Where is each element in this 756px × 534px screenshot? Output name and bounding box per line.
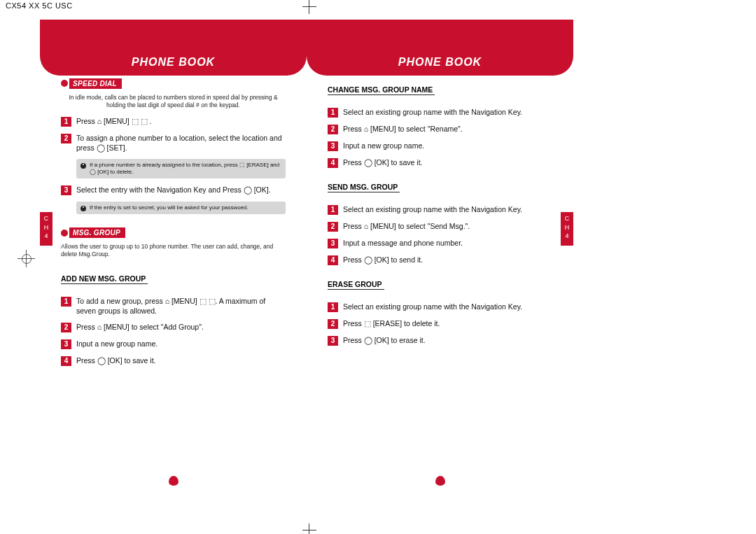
subheading-send-group: SEND MSG. GROUP xyxy=(328,183,400,192)
page-footer-left xyxy=(40,476,307,489)
left-page: PHONE BOOK C H 4 SPEED DIAL In idle mode… xyxy=(40,20,307,513)
step-text: Press ⌂ [MENU] ⬚ ⬚ . xyxy=(76,116,151,127)
section-intro: Allows the user to group up to 10 phone … xyxy=(61,243,286,258)
step: 2 Press ⌂ [MENU] to select "Add Group". xyxy=(61,322,286,332)
subheading-add-group: ADD NEW MSG. GROUP xyxy=(61,274,148,284)
step: 4 Press ◯ [OK] to send it. xyxy=(328,255,552,265)
step-number: 3 xyxy=(61,185,71,195)
header-title: PHONE BOOK xyxy=(398,56,482,69)
footer-ornament-icon xyxy=(169,476,178,486)
page-footer-right xyxy=(307,476,573,489)
section-title: SPEED DIAL xyxy=(69,78,122,89)
chapter-tab-left: C H 4 xyxy=(40,212,52,246)
step-text: To add a new group, press ⌂ [MENU] ⬚ ⬚. … xyxy=(76,296,286,316)
step-text: Press ◯ [OK] to save it. xyxy=(76,356,156,366)
registration-mark-left xyxy=(18,252,38,266)
step-number: 2 xyxy=(328,319,338,329)
step-number: 4 xyxy=(61,356,71,366)
subheading-change-name: CHANGE MSG. GROUP NAME xyxy=(328,85,435,95)
step-text: Select an existing group name with the N… xyxy=(343,302,522,312)
step: 1 Select an existing group name with the… xyxy=(328,204,552,215)
step-number: 3 xyxy=(328,239,338,248)
step-number: 1 xyxy=(328,205,338,215)
step-text: Press ◯ [OK] to erase it. xyxy=(343,335,426,346)
crop-mark-top xyxy=(302,0,316,14)
step-text: Select an existing group name with the N… xyxy=(343,204,522,215)
crop-header-text: CX54 XX 5C USC xyxy=(6,1,73,10)
step-number: 2 xyxy=(328,125,338,134)
section-title: MSG. GROUP xyxy=(69,227,125,238)
note-box: If a phone number is already assigned to… xyxy=(76,159,286,178)
note-text: If the entry is set to secret, you will … xyxy=(90,204,248,211)
step-text: To assign a phone number to a location, … xyxy=(76,133,286,153)
step-text: Press ⬚ [ERASE] to delete it. xyxy=(343,318,440,329)
step: 4 Press ◯ [OK] to save it. xyxy=(61,356,286,366)
subheading-erase-group: ERASE GROUP xyxy=(328,280,384,290)
step-number: 3 xyxy=(61,339,71,349)
step-text: Press ◯ [OK] to send it. xyxy=(343,255,423,265)
step-text: Press ◯ [OK] to save it. xyxy=(343,157,423,168)
step: 1 Select an existing group name with the… xyxy=(328,107,552,118)
header-title: PHONE BOOK xyxy=(132,56,215,69)
step: 3 Select the entry with the Navigation K… xyxy=(61,185,286,195)
page-header-left: PHONE BOOK xyxy=(40,20,307,76)
step-text: Select the entry with the Navigation Key… xyxy=(76,185,271,195)
step: 3 Input a message and phone number. xyxy=(328,238,552,248)
step-number: 1 xyxy=(61,117,71,127)
step: 3 Input a new group name. xyxy=(328,141,552,151)
step: 1 Press ⌂ [MENU] ⬚ ⬚ . xyxy=(61,116,286,127)
step-number: 3 xyxy=(328,336,338,346)
step: 2 To assign a phone number to a location… xyxy=(61,133,286,153)
section-msg-group: MSG. GROUP xyxy=(61,227,125,238)
right-content: CHANGE MSG. GROUP NAME 1 Select an exist… xyxy=(328,77,552,352)
footer-ornament-icon xyxy=(435,476,445,486)
note-bullet-icon xyxy=(80,206,86,211)
section-intro: In idle mode, calls can be placed to num… xyxy=(61,94,286,109)
step-number: 1 xyxy=(61,297,71,307)
step-text: Press ⌂ [MENU] to select "Send Msg.". xyxy=(343,221,470,232)
step-number: 2 xyxy=(61,323,71,332)
step-number: 1 xyxy=(328,108,338,118)
step-text: Press ⌂ [MENU] to select "Rename". xyxy=(343,124,463,134)
step-number: 3 xyxy=(328,141,338,151)
section-dot-icon xyxy=(61,80,68,87)
note-text: If a phone number is already assigned to… xyxy=(90,162,281,176)
step-number: 2 xyxy=(328,222,338,232)
step: 1 Select an existing group name with the… xyxy=(328,302,552,312)
step: 2 Press ⌂ [MENU] to select "Send Msg.". xyxy=(328,221,552,232)
step-text: Press ⌂ [MENU] to select "Add Group". xyxy=(76,322,204,332)
step: 2 Press ⬚ [ERASE] to delete it. xyxy=(328,318,552,329)
step: 1 To add a new group, press ⌂ [MENU] ⬚ ⬚… xyxy=(61,296,286,316)
step-number: 1 xyxy=(328,302,338,312)
chapter-tab-right: C H 4 xyxy=(561,212,573,246)
step-text: Select an existing group name with the N… xyxy=(343,107,522,118)
crop-mark-bottom xyxy=(302,524,316,534)
section-dot-icon xyxy=(61,230,68,237)
step-number: 4 xyxy=(328,158,338,168)
step-number: 4 xyxy=(328,255,338,265)
step: 3 Input a new group name. xyxy=(61,339,286,349)
note-box: If the entry is set to secret, you will … xyxy=(76,202,286,214)
right-page: PHONE BOOK C H 4 CHANGE MSG. GROUP NAME … xyxy=(307,20,573,513)
step: 3 Press ◯ [OK] to erase it. xyxy=(328,335,552,346)
left-content: SPEED DIAL In idle mode, calls can be pl… xyxy=(61,77,286,372)
step-text: Input a new group name. xyxy=(343,141,424,151)
step: 4 Press ◯ [OK] to save it. xyxy=(328,157,552,168)
section-speed-dial: SPEED DIAL xyxy=(61,78,122,89)
step-number: 2 xyxy=(61,134,71,143)
page-spread: PHONE BOOK C H 4 SPEED DIAL In idle mode… xyxy=(40,20,573,513)
note-bullet-icon xyxy=(80,163,86,169)
step-text: Input a message and phone number. xyxy=(343,238,463,248)
page-header-right: PHONE BOOK xyxy=(307,20,573,76)
step-text: Input a new group name. xyxy=(76,339,158,349)
step: 2 Press ⌂ [MENU] to select "Rename". xyxy=(328,124,552,134)
